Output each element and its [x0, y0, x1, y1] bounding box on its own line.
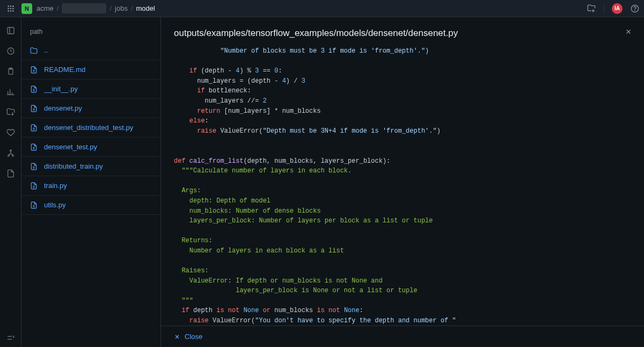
- tree-icon[interactable]: [6, 148, 16, 158]
- crumb-org[interactable]: acme: [36, 4, 54, 12]
- file-name: densenet_test.py: [44, 143, 97, 151]
- new-folder-icon[interactable]: [587, 4, 596, 13]
- code-content: "Number of blocks must be 3 if mode is '…: [161, 46, 644, 326]
- file-list-header: path: [21, 28, 160, 41]
- crumb-current: model: [136, 4, 155, 12]
- file-name: __init__.py: [44, 85, 78, 93]
- svg-point-1: [10, 5, 12, 7]
- close-icon[interactable]: [625, 28, 632, 35]
- file-icon: [30, 124, 39, 132]
- file-list: path .. README.md __init__.py densenet.p…: [21, 17, 161, 347]
- file-name: distributed_train.py: [44, 162, 103, 170]
- viewer-path: outputs/examples/tensorflow_examples/mod…: [161, 17, 644, 46]
- file-name: train.py: [44, 182, 67, 190]
- app-menu-icon[interactable]: [4, 2, 17, 15]
- crumb-project[interactable]: xxxxxx: [62, 3, 106, 13]
- svg-point-6: [8, 10, 9, 12]
- history-icon[interactable]: [6, 46, 16, 56]
- file-row[interactable]: densenet_test.py: [21, 138, 160, 157]
- file-name: utils.py: [44, 201, 65, 209]
- file-row-parent[interactable]: ..: [21, 41, 160, 60]
- collapse-icon[interactable]: [6, 337, 16, 347]
- file-icon: [30, 163, 39, 170]
- crumb-sep: /: [57, 4, 59, 12]
- file-icon: [30, 182, 39, 190]
- breadcrumb: acme / xxxxxx / jobs / model: [36, 3, 155, 13]
- file-name: densenet.py: [44, 104, 82, 112]
- file-name: ..: [44, 46, 48, 54]
- svg-point-12: [635, 10, 635, 11]
- svg-point-22: [10, 150, 11, 151]
- file-icon: [30, 85, 39, 93]
- panel-icon[interactable]: [6, 26, 16, 35]
- file-icon: [30, 66, 39, 74]
- svg-point-23: [8, 155, 9, 156]
- avatar[interactable]: IA: [612, 3, 623, 14]
- close-button[interactable]: Close: [161, 326, 644, 347]
- code-viewer: outputs/examples/tensorflow_examples/mod…: [161, 17, 644, 347]
- svg-point-4: [10, 8, 12, 9]
- file-icon[interactable]: [6, 169, 16, 178]
- heart-icon[interactable]: [6, 128, 16, 138]
- crumb-sep: /: [131, 4, 133, 12]
- file-row[interactable]: distributed_train.py: [21, 157, 160, 176]
- chart-icon[interactable]: [6, 87, 16, 97]
- file-name: README.md: [44, 66, 85, 74]
- clipboard-icon[interactable]: [6, 67, 16, 76]
- folder-icon: [30, 47, 39, 54]
- file-row[interactable]: densenet.py: [21, 99, 160, 118]
- close-label: Close: [185, 332, 202, 341]
- divider: [604, 4, 604, 13]
- svg-point-8: [12, 10, 14, 12]
- svg-rect-13: [8, 27, 14, 34]
- file-icon: [30, 201, 39, 209]
- crumb-sep: /: [109, 4, 112, 12]
- download-folder-icon[interactable]: [6, 107, 16, 117]
- file-row[interactable]: train.py: [21, 176, 160, 196]
- file-row[interactable]: __init__.py: [21, 79, 160, 99]
- help-icon[interactable]: [630, 4, 640, 13]
- file-icon: [30, 105, 39, 112]
- file-row[interactable]: README.md: [21, 60, 160, 79]
- topbar: N acme / xxxxxx / jobs / model IA: [0, 0, 644, 17]
- org-badge[interactable]: N: [21, 3, 32, 14]
- svg-point-3: [8, 8, 9, 9]
- svg-point-0: [8, 5, 9, 7]
- svg-line-26: [9, 154, 11, 155]
- svg-point-7: [10, 10, 12, 12]
- svg-point-24: [12, 155, 13, 156]
- file-row[interactable]: utils.py: [21, 196, 160, 215]
- code-line: "Number of blocks must be 3 if mode is '…: [174, 47, 429, 55]
- file-name: densenet_distributed_test.py: [44, 124, 133, 132]
- file-row[interactable]: densenet_distributed_test.py: [21, 118, 160, 138]
- svg-point-5: [12, 8, 14, 9]
- close-icon: [174, 334, 180, 340]
- svg-line-27: [11, 154, 13, 155]
- crumb-section[interactable]: jobs: [115, 4, 128, 12]
- side-rail: [0, 17, 21, 347]
- svg-point-2: [12, 5, 14, 7]
- file-icon: [30, 143, 39, 151]
